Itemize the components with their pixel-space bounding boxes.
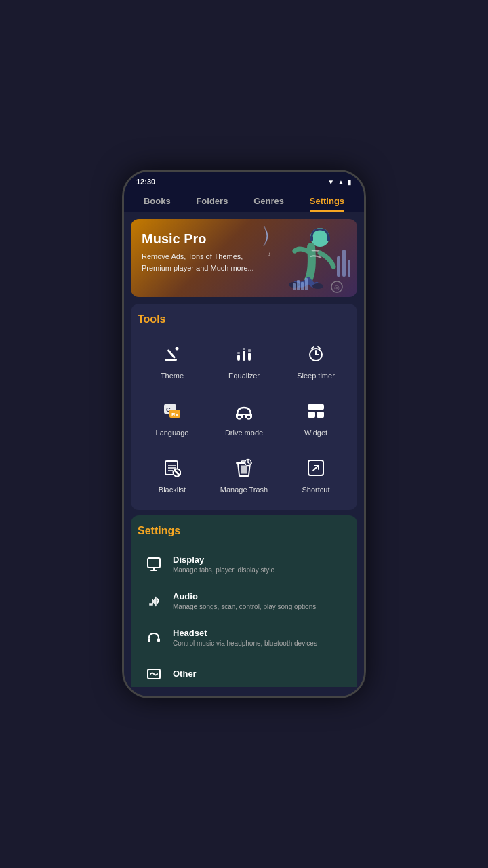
headset-text: Headset Control music via headphone, blu… (173, 628, 345, 647)
svg-rect-23 (243, 348, 245, 350)
battery-icon: ▮ (348, 178, 352, 186)
tools-grid: Theme Equalizer (138, 335, 350, 500)
other-icon (143, 663, 165, 685)
svg-rect-15 (305, 278, 308, 290)
blacklist-label: Blacklist (159, 486, 186, 494)
svg-point-6 (312, 283, 323, 289)
tool-sleep-timer[interactable]: Sleep timer (281, 335, 350, 387)
svg-rect-17 (167, 349, 176, 359)
status-time: 12:30 (136, 178, 155, 186)
wifi-icon: ▼ (327, 178, 334, 186)
tool-manage-trash[interactable]: Manage Trash (209, 449, 279, 500)
headset-icon (143, 627, 165, 648)
settings-list: Display Manage tabs, player, display sty… (138, 547, 350, 687)
settings-item-headset[interactable]: Headset Control music via headphone, blu… (138, 620, 350, 655)
svg-rect-61 (157, 638, 160, 642)
blacklist-icon (160, 456, 184, 480)
audio-text: Audio Manage songs, scan, control, play … (173, 591, 345, 610)
status-bar: 12:30 ▼ ▲ ▮ (124, 172, 364, 191)
tool-widget[interactable]: Widget (281, 392, 350, 443)
promo-desc: Remove Ads, Tons of Themes, Premium play… (142, 251, 264, 273)
drive-mode-label: Drive mode (225, 429, 263, 437)
status-icons: ▼ ▲ ▮ (327, 178, 352, 186)
settings-item-display[interactable]: Display Manage tabs, player, display sty… (138, 547, 350, 582)
tab-books[interactable]: Books (144, 196, 171, 212)
language-label: Language (156, 429, 189, 437)
svg-line-29 (318, 347, 320, 349)
tab-settings[interactable]: Settings (310, 196, 344, 212)
theme-icon (160, 342, 184, 366)
svg-rect-37 (308, 404, 324, 410)
tool-blacklist[interactable]: Blacklist (138, 449, 207, 500)
display-desc: Manage tabs, player, display style (173, 566, 345, 574)
promo-banner[interactable]: Music Pro Remove Ads, Tons of Themes, Pr… (131, 219, 357, 297)
svg-rect-4 (327, 236, 330, 241)
tool-shortcut[interactable]: Shortcut (281, 449, 350, 500)
theme-label: Theme (161, 372, 184, 380)
sleep-timer-icon (304, 342, 328, 366)
phone-shell: 12:30 ▼ ▲ ▮ Books Folders Genres Setting… (122, 170, 366, 698)
tab-folders[interactable]: Folders (196, 196, 228, 212)
shortcut-label: Shortcut (302, 486, 330, 494)
headset-desc: Control music via headphone, bluetooth d… (173, 639, 345, 647)
settings-section: Settings Display Manage tabs, p (131, 515, 357, 687)
svg-point-34 (237, 415, 241, 419)
svg-rect-16 (165, 359, 177, 361)
svg-rect-8 (342, 250, 346, 277)
settings-item-audio[interactable]: Audio Manage songs, scan, control, play … (138, 583, 350, 618)
equalizer-label: Equalizer (228, 372, 260, 380)
display-name: Display (173, 555, 345, 565)
audio-desc: Manage songs, scan, control, play song o… (173, 603, 345, 610)
svg-rect-20 (243, 351, 245, 361)
widget-icon (304, 399, 328, 423)
display-icon (143, 553, 165, 575)
tool-equalizer[interactable]: Equalizer (209, 335, 279, 387)
signal-icon: ▲ (338, 178, 344, 186)
promo-illustration: ♪ ♫ (262, 222, 350, 294)
tool-language[interactable]: G Rx Language (138, 392, 207, 443)
svg-rect-14 (301, 282, 304, 290)
svg-text:Rx: Rx (171, 412, 179, 418)
svg-rect-24 (248, 349, 251, 352)
svg-point-35 (247, 415, 251, 419)
svg-rect-38 (308, 412, 315, 418)
manage-trash-label: Manage Trash (220, 486, 268, 494)
svg-rect-9 (348, 260, 350, 277)
other-text: Other (173, 669, 345, 680)
display-text: Display Manage tabs, player, display sty… (173, 555, 345, 574)
svg-rect-39 (317, 412, 324, 418)
drive-mode-icon (232, 399, 256, 423)
shortcut-icon (304, 456, 328, 480)
manage-trash-icon (232, 456, 256, 480)
svg-rect-19 (237, 355, 240, 361)
settings-item-other[interactable]: Other (138, 656, 350, 687)
svg-rect-56 (148, 558, 160, 568)
svg-line-28 (312, 347, 314, 349)
language-icon: G Rx (160, 399, 184, 423)
svg-rect-12 (293, 283, 296, 290)
equalizer-icon (232, 342, 256, 366)
svg-text:♪: ♪ (268, 250, 271, 258)
sleep-timer-label: Sleep timer (297, 372, 335, 380)
settings-title: Settings (138, 525, 350, 537)
other-name: Other (173, 669, 345, 679)
audio-icon (143, 590, 165, 612)
svg-rect-36 (243, 415, 245, 418)
svg-rect-3 (310, 236, 313, 241)
tools-title: Tools (138, 313, 350, 326)
svg-point-18 (176, 347, 179, 351)
svg-rect-7 (337, 256, 340, 277)
scroll-area: Music Pro Remove Ads, Tons of Themes, Pr… (124, 212, 364, 687)
tool-drive-mode[interactable]: Drive mode (209, 392, 279, 443)
widget-label: Widget (304, 429, 327, 437)
svg-rect-21 (248, 353, 251, 361)
tab-genres[interactable]: Genres (253, 196, 284, 212)
svg-rect-22 (237, 352, 240, 354)
headset-name: Headset (173, 628, 345, 638)
svg-rect-60 (148, 638, 150, 642)
svg-rect-13 (297, 280, 300, 290)
tools-section: Tools Theme (131, 304, 357, 510)
tool-theme[interactable]: Theme (138, 335, 207, 387)
svg-text:◎: ◎ (334, 284, 340, 291)
audio-name: Audio (173, 591, 345, 601)
